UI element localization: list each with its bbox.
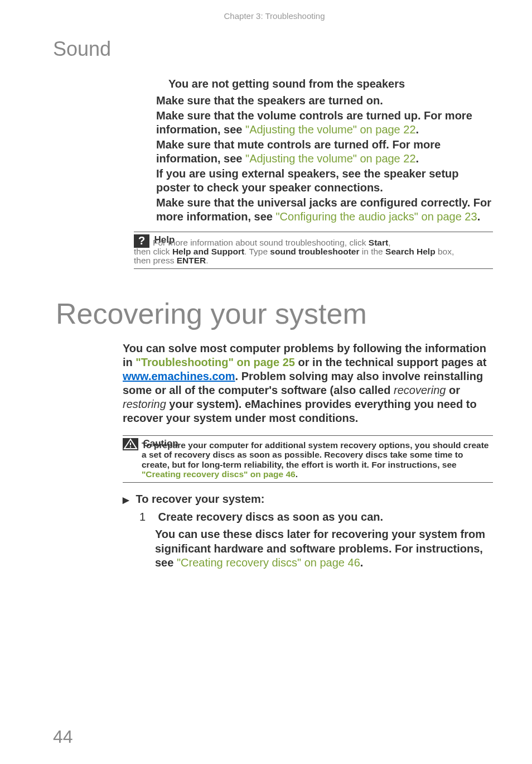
- cross-ref-link[interactable]: "Adjusting the volume" on page 22: [245, 123, 416, 136]
- help-text-segment: then press: [134, 256, 177, 265]
- help-icon: ?: [134, 234, 149, 248]
- help-enter-label: ENTER: [177, 256, 206, 265]
- help-text-segment: . Type: [244, 247, 270, 256]
- help-sound-label: sound troubleshooter: [270, 247, 359, 256]
- cross-ref-link[interactable]: "Adjusting the volume" on page 22: [245, 152, 416, 165]
- bullet-item: Make sure that the volume controls are t…: [156, 109, 493, 137]
- bullet-suffix: .: [416, 123, 419, 136]
- help-start-label: Start: [369, 238, 388, 247]
- help-comma: ,: [388, 238, 390, 247]
- help-text-segment: in the: [360, 247, 386, 256]
- para-segment: your system). eMachines provides everyth…: [123, 398, 477, 424]
- step-text: Create recovery discs as soon as you can…: [158, 511, 384, 523]
- bullet-item: Make sure that the universal jacks are c…: [156, 196, 493, 224]
- italic-term: recovering: [394, 384, 446, 396]
- main-paragraph: You can solve most computer problems by …: [123, 342, 493, 425]
- heading-recovering: Recovering your system: [56, 297, 493, 330]
- caution-callout: Caution To prepare your computer for add…: [123, 435, 493, 482]
- chapter-header: Chapter 3: Troubleshooting: [56, 11, 493, 21]
- issue-heading: You are not getting sound from the speak…: [168, 78, 493, 90]
- bullet-item: Make sure that mute controls are turned …: [156, 138, 493, 166]
- help-period: .: [206, 256, 208, 265]
- page-number: 44: [53, 727, 73, 747]
- caution-icon: [123, 438, 138, 450]
- bullet-suffix: .: [416, 152, 419, 165]
- svg-point-3: [130, 446, 131, 448]
- para-segment: or in the technical support pages at: [295, 356, 486, 368]
- step-number: 1: [139, 510, 155, 525]
- help-callout: ? Help For more information about sound …: [134, 232, 493, 269]
- bullet-item: Make sure that the speakers are turned o…: [156, 94, 493, 108]
- step-item: 1 Create recovery discs as soon as you c…: [139, 510, 493, 525]
- bullet-item: If you are using external speakers, see …: [156, 167, 493, 195]
- caution-body-suffix: .: [296, 469, 298, 479]
- section-title-sound: Sound: [53, 37, 493, 61]
- bullet-suffix: .: [477, 210, 481, 223]
- help-text-segment: For more information about sound trouble…: [153, 238, 369, 247]
- bullet-text: Make sure that the speakers are turned o…: [156, 94, 383, 107]
- step-body: You can use these discs later for recove…: [155, 527, 493, 570]
- cross-ref-link[interactable]: "Creating recovery discs" on page 46: [177, 556, 360, 569]
- external-link[interactable]: www.emachines.com: [123, 370, 235, 382]
- procedure-title: To recover your system:: [123, 493, 493, 506]
- procedure-title-text: To recover your system:: [136, 493, 265, 505]
- bullet-text: If you are using external speakers, see …: [156, 167, 458, 194]
- cross-ref-link[interactable]: "Configuring the audio jacks" on page 23: [276, 210, 477, 223]
- italic-term: restoring: [123, 398, 166, 410]
- para-segment: or: [446, 384, 460, 396]
- help-text-segment: box,: [436, 247, 454, 256]
- cross-ref-link[interactable]: "Troubleshooting" on page 25: [136, 356, 295, 368]
- help-text-segment: then click: [134, 247, 172, 256]
- caution-body: To prepare your computer for additional …: [142, 440, 489, 469]
- help-search-label: Search Help: [385, 247, 436, 256]
- step-body-suffix: .: [360, 556, 364, 569]
- help-hs-label: Help and Support: [172, 247, 244, 256]
- cross-ref-link[interactable]: "Creating recovery discs" on page 46: [142, 469, 296, 479]
